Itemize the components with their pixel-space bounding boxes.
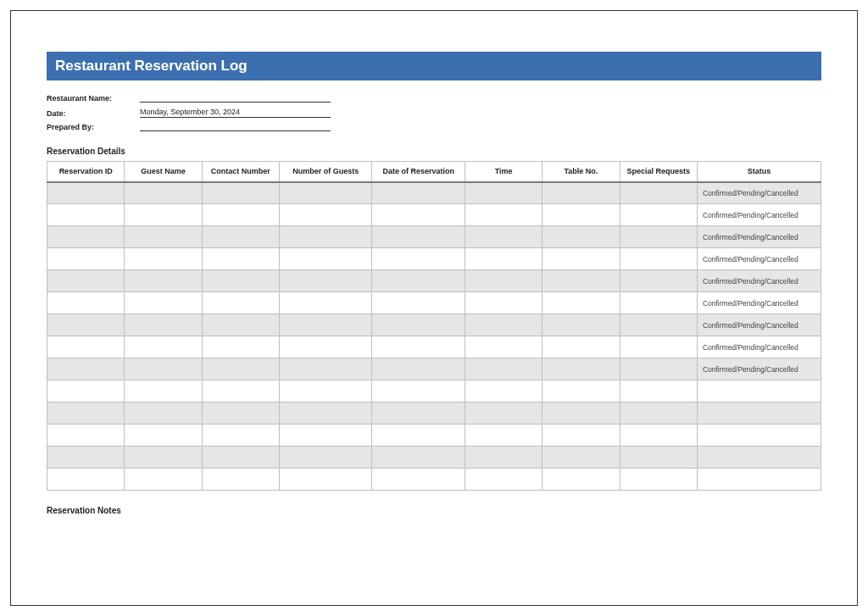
cell-name[interactable] bbox=[125, 226, 202, 248]
cell-name[interactable] bbox=[125, 425, 202, 447]
cell-id[interactable] bbox=[47, 270, 125, 292]
cell-id[interactable] bbox=[47, 425, 125, 447]
cell-id[interactable] bbox=[47, 314, 125, 336]
cell-table[interactable] bbox=[542, 182, 620, 204]
cell-table[interactable] bbox=[542, 226, 620, 248]
cell-date[interactable] bbox=[372, 336, 465, 358]
cell-table[interactable] bbox=[542, 314, 620, 336]
cell-id[interactable] bbox=[47, 292, 125, 314]
cell-status[interactable]: Confirmed/Pending/Cancelled bbox=[697, 248, 821, 270]
cell-requests[interactable] bbox=[620, 380, 697, 402]
cell-date[interactable] bbox=[372, 425, 465, 447]
cell-requests[interactable] bbox=[620, 226, 697, 248]
cell-time[interactable] bbox=[465, 425, 542, 447]
date-field[interactable]: Monday, September 30, 2024 bbox=[140, 108, 331, 118]
cell-table[interactable] bbox=[542, 248, 620, 270]
cell-status[interactable] bbox=[697, 469, 821, 491]
cell-requests[interactable] bbox=[620, 292, 697, 314]
cell-guests[interactable] bbox=[279, 314, 372, 336]
cell-id[interactable] bbox=[47, 226, 125, 248]
cell-table[interactable] bbox=[542, 469, 620, 491]
cell-id[interactable] bbox=[47, 182, 125, 204]
cell-contact[interactable] bbox=[202, 248, 279, 270]
cell-status[interactable]: Confirmed/Pending/Cancelled bbox=[697, 226, 821, 248]
cell-time[interactable] bbox=[465, 402, 542, 425]
cell-status[interactable] bbox=[697, 447, 821, 469]
cell-contact[interactable] bbox=[202, 270, 279, 292]
cell-time[interactable] bbox=[465, 380, 542, 402]
cell-date[interactable] bbox=[372, 292, 465, 314]
restaurant-name-field[interactable] bbox=[140, 101, 331, 103]
cell-name[interactable] bbox=[125, 314, 202, 336]
cell-contact[interactable] bbox=[202, 292, 279, 314]
cell-guests[interactable] bbox=[279, 358, 372, 380]
cell-contact[interactable] bbox=[202, 314, 279, 336]
cell-status[interactable]: Confirmed/Pending/Cancelled bbox=[697, 358, 821, 380]
cell-contact[interactable] bbox=[202, 447, 279, 469]
cell-contact[interactable] bbox=[202, 336, 279, 358]
cell-time[interactable] bbox=[465, 204, 542, 226]
cell-contact[interactable] bbox=[202, 182, 279, 204]
cell-requests[interactable] bbox=[620, 270, 697, 292]
cell-date[interactable] bbox=[372, 182, 465, 204]
cell-name[interactable] bbox=[125, 270, 202, 292]
cell-status[interactable]: Confirmed/Pending/Cancelled bbox=[697, 270, 821, 292]
cell-name[interactable] bbox=[125, 182, 202, 204]
cell-table[interactable] bbox=[542, 425, 620, 447]
cell-time[interactable] bbox=[465, 314, 542, 336]
cell-table[interactable] bbox=[542, 380, 620, 402]
cell-time[interactable] bbox=[465, 270, 542, 292]
cell-time[interactable] bbox=[465, 248, 542, 270]
cell-table[interactable] bbox=[542, 204, 620, 226]
cell-name[interactable] bbox=[125, 358, 202, 380]
cell-id[interactable] bbox=[47, 358, 125, 380]
cell-contact[interactable] bbox=[202, 380, 279, 402]
cell-table[interactable] bbox=[542, 447, 620, 469]
cell-table[interactable] bbox=[542, 402, 620, 425]
cell-status[interactable]: Confirmed/Pending/Cancelled bbox=[697, 182, 821, 204]
cell-requests[interactable] bbox=[620, 182, 697, 204]
cell-date[interactable] bbox=[372, 402, 465, 425]
cell-time[interactable] bbox=[465, 226, 542, 248]
cell-requests[interactable] bbox=[620, 358, 697, 380]
cell-requests[interactable] bbox=[620, 248, 697, 270]
cell-name[interactable] bbox=[125, 248, 202, 270]
cell-date[interactable] bbox=[372, 204, 465, 226]
cell-contact[interactable] bbox=[202, 358, 279, 380]
cell-time[interactable] bbox=[465, 358, 542, 380]
cell-id[interactable] bbox=[47, 469, 125, 491]
cell-guests[interactable] bbox=[279, 248, 372, 270]
cell-guests[interactable] bbox=[279, 182, 372, 204]
cell-name[interactable] bbox=[125, 380, 202, 402]
cell-time[interactable] bbox=[465, 292, 542, 314]
cell-table[interactable] bbox=[542, 292, 620, 314]
cell-status[interactable]: Confirmed/Pending/Cancelled bbox=[697, 292, 821, 314]
cell-contact[interactable] bbox=[202, 204, 279, 226]
cell-date[interactable] bbox=[372, 314, 465, 336]
cell-id[interactable] bbox=[47, 336, 125, 358]
cell-requests[interactable] bbox=[620, 336, 697, 358]
cell-id[interactable] bbox=[47, 447, 125, 469]
cell-contact[interactable] bbox=[202, 226, 279, 248]
cell-requests[interactable] bbox=[620, 204, 697, 226]
prepared-by-field[interactable] bbox=[140, 130, 331, 131]
cell-contact[interactable] bbox=[202, 402, 279, 425]
cell-status[interactable] bbox=[697, 425, 821, 447]
cell-contact[interactable] bbox=[202, 425, 279, 447]
cell-date[interactable] bbox=[372, 358, 465, 380]
cell-status[interactable]: Confirmed/Pending/Cancelled bbox=[697, 336, 821, 358]
cell-time[interactable] bbox=[465, 182, 542, 204]
cell-table[interactable] bbox=[542, 270, 620, 292]
cell-guests[interactable] bbox=[279, 336, 372, 358]
cell-table[interactable] bbox=[542, 336, 620, 358]
cell-contact[interactable] bbox=[202, 469, 279, 491]
cell-time[interactable] bbox=[465, 447, 542, 469]
cell-guests[interactable] bbox=[279, 204, 372, 226]
cell-date[interactable] bbox=[372, 270, 465, 292]
cell-requests[interactable] bbox=[620, 402, 697, 425]
cell-id[interactable] bbox=[47, 380, 125, 402]
cell-requests[interactable] bbox=[620, 314, 697, 336]
cell-guests[interactable] bbox=[279, 270, 372, 292]
cell-date[interactable] bbox=[372, 380, 465, 402]
cell-status[interactable] bbox=[697, 380, 821, 402]
